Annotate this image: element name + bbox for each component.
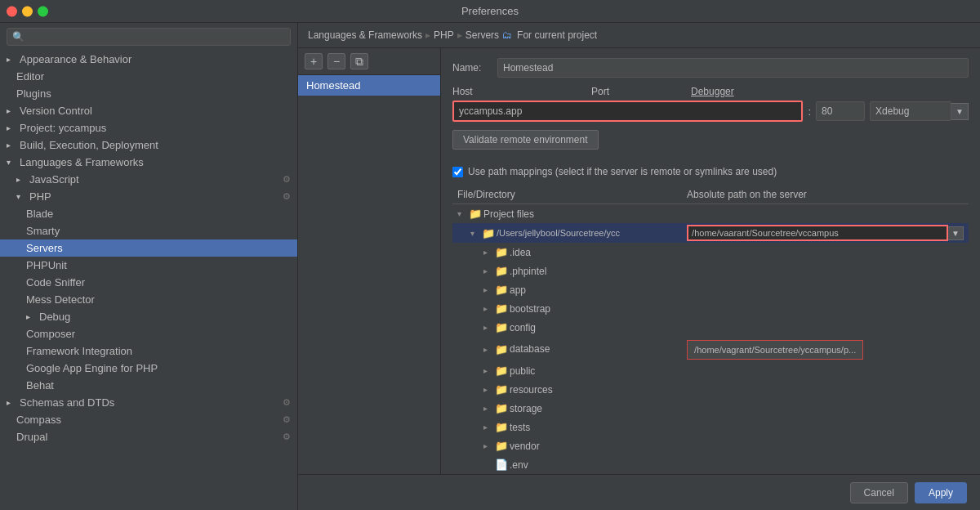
bottom-bar: Cancel Apply	[298, 474, 980, 510]
item-label: tests	[510, 422, 530, 433]
maximize-button[interactable]	[38, 6, 48, 16]
search-icon: 🔍	[12, 31, 24, 42]
expand-arrow[interactable]: ▸	[483, 423, 493, 432]
tree-item-storage: ▸ 📁 storage	[457, 400, 677, 416]
path-mappings-checkbox[interactable]	[452, 167, 463, 177]
sidebar-item-debug[interactable]: ▸ Debug	[0, 308, 297, 325]
search-box[interactable]: 🔍	[7, 28, 291, 46]
traffic-lights[interactable]	[7, 6, 48, 16]
sidebar-item-smarty[interactable]: Smarty	[0, 222, 297, 239]
table-row: ▸ 📁 bootstrap	[452, 299, 969, 318]
expand-arrow[interactable]: ▸	[483, 304, 493, 313]
path-remote-input[interactable]	[687, 225, 948, 241]
sidebar-item-behat[interactable]: Behat	[0, 377, 297, 394]
table-row-main-path[interactable]: ▾ 📁 /Users/jellybool/Sourcetree/ycc ▼	[452, 223, 969, 243]
tree-item-env: ▸ 📄 .env	[457, 457, 677, 472]
sidebar-item-servers[interactable]: Servers	[0, 239, 297, 257]
tree-item-vendor: ▸ 📁 vendor	[457, 438, 677, 454]
validate-button[interactable]: Validate remote environment	[452, 130, 599, 150]
name-row: Name:	[452, 58, 969, 78]
name-label: Name:	[452, 62, 489, 74]
folder-icon: 📁	[495, 302, 508, 315]
port-input[interactable]	[816, 101, 865, 121]
expand-arrow[interactable]: ▸	[483, 385, 493, 394]
folder-icon: 📁	[495, 365, 508, 377]
debugger-dropdown-arrow[interactable]: ▼	[951, 103, 969, 120]
tree-item-app: ▸ 📁 app	[457, 282, 677, 298]
sidebar-item-label: Build, Execution, Deployment	[20, 139, 158, 151]
sidebar-item-label: Mess Detector	[26, 293, 95, 306]
minimize-button[interactable]	[22, 6, 33, 16]
tree-item-resources: ▸ 📁 resources	[457, 382, 677, 397]
breadcrumb-project-icon: 🗂	[502, 29, 512, 41]
sidebar-item-google-app-engine[interactable]: Google App Engine for PHP	[0, 360, 297, 377]
folder-icon: 📁	[495, 343, 508, 356]
sidebar-item-version-control[interactable]: ▸ Version Control	[0, 102, 297, 119]
table-row: ▸ 📁 database /home/vagrant/Sourcetree/yc…	[452, 337, 969, 361]
col-abs: Absolute path on the server	[682, 186, 969, 204]
path-mappings-row: Use path mappings (select if the server …	[452, 166, 969, 177]
close-button[interactable]	[7, 6, 17, 16]
sidebar-item-label: Plugins	[16, 87, 51, 100]
host-input[interactable]	[452, 101, 803, 122]
sidebar-item-compass[interactable]: Compass ⚙	[0, 411, 297, 428]
apply-button[interactable]: Apply	[915, 482, 967, 503]
name-input[interactable]	[497, 58, 969, 78]
breadcrumb-sep1: ▸	[425, 29, 430, 41]
item-label: .idea	[510, 247, 531, 258]
expand-arrow[interactable]: ▸	[483, 248, 493, 257]
expand-arrow[interactable]: ▸	[483, 285, 493, 294]
expand-arrow[interactable]: ▸	[483, 366, 493, 375]
project-files-arrow[interactable]: ▾	[457, 209, 467, 218]
content-area: Languages & Frameworks ▸ PHP ▸ Servers 🗂…	[298, 23, 980, 510]
copy-server-button[interactable]: ⧉	[350, 53, 368, 69]
sidebar-item-label: Debug	[39, 311, 70, 323]
sidebar-item-lang-frameworks[interactable]: ▾ Languages & Frameworks	[0, 154, 297, 171]
sidebar-item-editor[interactable]: Editor	[0, 68, 297, 85]
path-dropdown-button[interactable]: ▼	[948, 226, 964, 240]
debugger-select-wrapper: Xdebug ▼	[870, 101, 969, 121]
sidebar-item-php[interactable]: ▾ PHP ⚙	[0, 188, 297, 205]
sidebar-item-drupal[interactable]: Drupal ⚙	[0, 428, 297, 445]
search-input[interactable]	[28, 31, 285, 42]
folder-icon: 📁	[469, 208, 482, 220]
remove-server-button[interactable]: −	[327, 53, 345, 69]
debugger-select[interactable]: Xdebug	[870, 101, 951, 121]
expand-arrow[interactable]: ▸	[483, 266, 493, 275]
port-label: Port	[591, 86, 609, 97]
cancel-button[interactable]: Cancel	[850, 482, 908, 503]
sidebar-item-javascript[interactable]: ▸ JavaScript ⚙	[0, 171, 297, 188]
sidebar-item-mess-detector[interactable]: Mess Detector	[0, 291, 297, 308]
sidebar-item-label: Languages & Frameworks	[20, 156, 144, 168]
server-item-homestead[interactable]: Homestead	[298, 75, 440, 96]
folder-icon: 📁	[495, 265, 508, 277]
sidebar-item-code-sniffer[interactable]: Code Sniffer	[0, 274, 297, 291]
item-label: .env	[510, 459, 528, 471]
item-label: config	[510, 322, 536, 333]
expand-arrow[interactable]: ▸	[483, 345, 493, 354]
sidebar-item-composer[interactable]: Composer	[0, 325, 297, 342]
sidebar-item-phpunit[interactable]: PHPUnit	[0, 257, 297, 274]
expand-arrow[interactable]: ▸	[483, 441, 493, 450]
expand-arrow[interactable]: ▸	[483, 404, 493, 413]
add-server-button[interactable]: +	[305, 53, 323, 69]
main-path-arrow[interactable]: ▾	[470, 229, 480, 238]
item-label: vendor	[510, 441, 540, 452]
tree-item-database: ▸ 📁 database	[457, 342, 677, 357]
host-label: Host	[452, 86, 477, 97]
sidebar-item-schemas-dtds[interactable]: ▸ Schemas and DTDs ⚙	[0, 394, 297, 411]
folder-icon: 📁	[495, 421, 508, 433]
sidebar-item-project[interactable]: ▸ Project: yccampus	[0, 119, 297, 136]
sidebar-item-blade[interactable]: Blade	[0, 205, 297, 222]
table-row: ▸ 📁 public	[452, 361, 969, 380]
project-files-row: ▾ 📁 Project files	[457, 206, 964, 221]
folder-icon: 📁	[495, 321, 508, 333]
sidebar-item-build[interactable]: ▸ Build, Execution, Deployment	[0, 136, 297, 154]
server-name: Homestead	[306, 79, 360, 92]
colon-sep: :	[808, 105, 811, 118]
sidebar-item-plugins[interactable]: Plugins	[0, 85, 297, 102]
expand-arrow[interactable]: ▸	[483, 323, 493, 332]
sidebar-item-framework-integration[interactable]: Framework Integration	[0, 342, 297, 360]
sidebar-item-appearance[interactable]: ▸ Appearance & Behavior	[0, 51, 297, 68]
project-files-label: Project files	[483, 208, 534, 220]
